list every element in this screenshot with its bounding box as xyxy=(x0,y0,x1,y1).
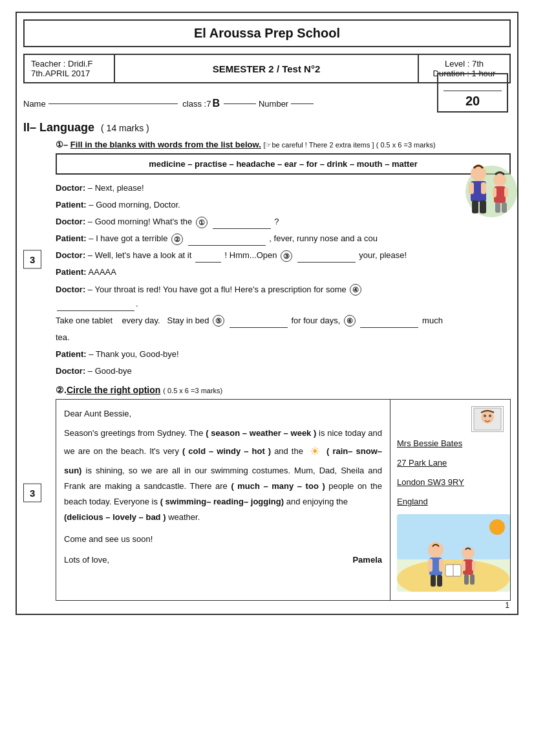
score-value: 20 xyxy=(443,91,502,109)
svg-point-20 xyxy=(489,519,505,535)
side-num-2: 3 xyxy=(23,484,41,502)
addr-name: Mrs Bessie Bates xyxy=(397,438,462,448)
sun-icon: ☀ xyxy=(310,441,320,462)
blank-6 xyxy=(360,327,418,328)
exercise1-label: ①– Fill in the blanks with words from th… xyxy=(56,140,511,149)
letter-box: Dear Aunt Bessie, Season's greetings fro… xyxy=(56,399,511,601)
letter-address: Mrs Bessie Bates 27 Park Lane London SW3… xyxy=(390,400,510,600)
side-num-1: 3 xyxy=(23,250,41,268)
svg-rect-3 xyxy=(469,182,474,194)
svg-rect-9 xyxy=(493,188,497,197)
speaker-patient2: Patient: xyxy=(56,233,87,243)
svg-rect-31 xyxy=(464,574,469,585)
speaker-patient4: Patient: xyxy=(56,349,87,359)
svg-rect-10 xyxy=(504,188,508,197)
letter-closing: Come and see us soon! Lots of love, Pame… xyxy=(64,525,382,570)
svg-rect-6 xyxy=(480,200,486,213)
number-field xyxy=(291,103,314,104)
svg-rect-11 xyxy=(495,202,500,213)
score-box: 20 xyxy=(437,73,508,113)
teacher-info: Teacher : Dridi.F 7th.APRIL 2017 xyxy=(25,55,115,82)
opt5: ( swimming– reading– jogging) xyxy=(160,497,284,506)
opt1: ( season – weather – week ) xyxy=(206,428,316,438)
semester-label: SEMESTER 2 / Test N°2 xyxy=(115,55,419,82)
blank-circle-4: ④ xyxy=(350,284,361,296)
class-field xyxy=(224,103,256,104)
addr-line2: London SW3 9RY xyxy=(397,477,464,487)
opt2: ( cold – windy – hot ) xyxy=(182,446,271,456)
class-label: class :7 xyxy=(182,99,211,109)
svg-rect-32 xyxy=(470,574,475,585)
svg-point-15 xyxy=(484,415,486,417)
speaker-patient3: Patient: xyxy=(56,267,87,277)
svg-rect-30 xyxy=(472,561,476,571)
level-label: Level : 7th xyxy=(425,59,503,69)
name-row: Name class :7 B Number xyxy=(23,98,314,109)
blank-circle-5: ⑤ xyxy=(213,315,224,327)
svg-rect-29 xyxy=(462,561,465,571)
blank-circle-2: ② xyxy=(171,233,183,245)
doctor-patient-illustration xyxy=(430,159,517,233)
blank-3 xyxy=(297,262,356,263)
svg-rect-4 xyxy=(481,182,486,194)
svg-point-1 xyxy=(471,166,486,181)
school-title: El Aroussa Prep School xyxy=(23,19,511,47)
svg-rect-23 xyxy=(428,559,433,572)
teacher-name: Teacher : Dridi.F xyxy=(31,59,107,69)
blank-sm-1 xyxy=(195,262,221,263)
exam-date: 7th.APRIL 2017 xyxy=(31,69,107,78)
exercise2-label: ②.Circle the right option ( 0.5 x 6 =3 m… xyxy=(56,385,511,395)
letter-body: Season's greetings from Sydney. The ( se… xyxy=(64,426,382,525)
name-label: Name xyxy=(23,99,46,109)
stamp xyxy=(471,406,504,432)
svg-rect-26 xyxy=(437,575,442,587)
blank-4 xyxy=(57,310,134,311)
letter-sender: Pamela xyxy=(352,552,382,568)
svg-point-7 xyxy=(493,173,506,186)
blank-circle-6: ⑥ xyxy=(344,315,356,327)
blank-circle-1: ① xyxy=(196,217,208,228)
blank-2 xyxy=(188,245,266,246)
body7: weather. xyxy=(168,512,200,522)
svg-rect-25 xyxy=(431,575,436,587)
svg-point-16 xyxy=(489,415,491,417)
speaker-doctor5: Doctor: xyxy=(56,366,85,376)
opt4: ( much – many – too ) xyxy=(231,481,325,491)
speaker-doctor4: Doctor: xyxy=(56,285,85,294)
name-field xyxy=(48,103,178,104)
speaker-patient1: Patient: xyxy=(56,200,87,210)
speaker-doctor3: Doctor: xyxy=(56,250,85,260)
speaker-doctor2: Doctor: xyxy=(56,217,85,226)
speaker-doctor1: Doctor: xyxy=(56,183,85,193)
letter-lots-of-love: Lots of love, xyxy=(64,552,109,568)
body1: Season's greetings from Sydney. The xyxy=(64,428,204,438)
svg-rect-12 xyxy=(502,202,507,213)
letter-greeting: Dear Aunt Bessie, xyxy=(64,406,382,422)
svg-rect-5 xyxy=(472,200,478,213)
opt6: (delicious – lovely – bad ) xyxy=(64,512,166,522)
beach-illustration xyxy=(397,514,504,594)
addr-line1: 27 Park Lane xyxy=(397,458,447,468)
svg-rect-24 xyxy=(439,559,443,572)
blank-1 xyxy=(213,228,271,229)
body6: and enjoying the xyxy=(286,497,348,506)
blank-circle-3: ③ xyxy=(281,250,292,262)
class-b: B xyxy=(212,98,220,109)
letter-main: Dear Aunt Bessie, Season's greetings fro… xyxy=(56,400,390,600)
number-label: Number xyxy=(259,99,288,109)
section-title: II– Language ( 14 marks ) xyxy=(23,121,511,135)
blank-5 xyxy=(230,327,288,328)
addr-line3: England xyxy=(397,497,428,506)
score-top-line xyxy=(443,77,502,91)
body3: and the xyxy=(274,446,303,456)
page-number: 1 xyxy=(505,601,509,610)
